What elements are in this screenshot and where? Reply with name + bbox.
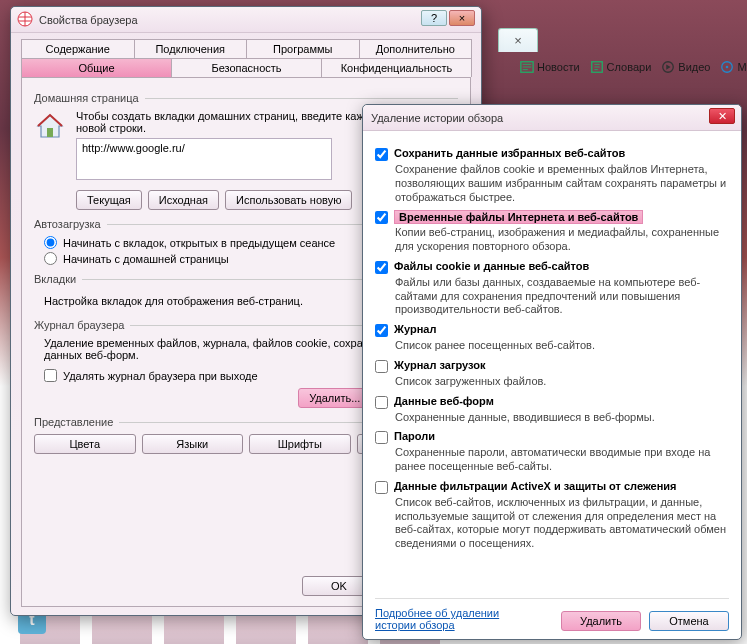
- history-option: Данные фильтрации ActiveX и защиты от сл…: [375, 480, 729, 551]
- tab-advanced[interactable]: Дополнительно: [359, 39, 473, 58]
- group-home: Домашняя страница: [34, 92, 458, 104]
- btn-use-new-tab[interactable]: Использовать новую: [225, 190, 352, 210]
- window-title: Свойства браузера: [39, 14, 138, 26]
- history-option-checkbox[interactable]: Журнал: [375, 323, 729, 337]
- history-option-desc: Копии веб-страниц, изображения и медиафа…: [395, 226, 729, 254]
- tabs-hint: Настройка вкладок для отображения веб-ст…: [44, 295, 303, 307]
- history-option-desc: Сохраненные данные, вводившиеся в веб-фо…: [395, 411, 729, 425]
- btn-cancel[interactable]: Отмена: [649, 611, 729, 631]
- titlebar[interactable]: Удаление истории обзора ✕: [363, 105, 741, 131]
- tab-programs[interactable]: Программы: [246, 39, 360, 58]
- history-option-desc: Список веб-сайтов, исключенных из фильтр…: [395, 496, 729, 551]
- history-option: Временные файлы Интернета и веб-сайтов К…: [375, 210, 729, 254]
- close-button[interactable]: ×: [449, 10, 475, 26]
- history-option-label: Сохранить данные избранных веб-сайтов: [394, 147, 625, 159]
- btn-fonts[interactable]: Шрифты: [249, 434, 351, 454]
- history-option: Сохранить данные избранных веб-сайтов Со…: [375, 147, 729, 204]
- history-option-label: Файлы cookie и данные веб-сайтов: [394, 260, 589, 272]
- history-option-label: Данные фильтрации ActiveX и защиты от сл…: [394, 480, 677, 492]
- btn-use-default[interactable]: Исходная: [148, 190, 219, 210]
- tab-strip: Содержание Подключения Программы Дополни…: [11, 33, 481, 77]
- history-option: Пароли Сохраненные пароли, автоматически…: [375, 430, 729, 474]
- history-option-desc: Файлы или базы данных, создаваемые на ко…: [395, 276, 729, 317]
- history-option-label: Пароли: [394, 430, 435, 442]
- btn-colors[interactable]: Цвета: [34, 434, 136, 454]
- history-option-label: Журнал загрузок: [394, 359, 485, 371]
- history-option-checkbox[interactable]: Пароли: [375, 430, 729, 444]
- btn-delete[interactable]: Удалить: [561, 611, 641, 631]
- history-option-label: Временные файлы Интернета и веб-сайтов: [394, 210, 643, 224]
- close-icon[interactable]: ×: [514, 33, 522, 48]
- window-title: Удаление истории обзора: [371, 112, 503, 124]
- btn-use-current[interactable]: Текущая: [76, 190, 142, 210]
- home-url-input[interactable]: [76, 138, 332, 180]
- tab-connections[interactable]: Подключения: [134, 39, 248, 58]
- history-option: Файлы cookie и данные веб-сайтов Файлы и…: [375, 260, 729, 317]
- app-icon: [17, 11, 33, 27]
- nav-music[interactable]: Музыка: [720, 60, 747, 74]
- history-option-desc: Сохранение файлов cookie и временных фай…: [395, 163, 729, 204]
- history-option-checkbox[interactable]: Временные файлы Интернета и веб-сайтов: [375, 210, 729, 224]
- help-button[interactable]: ?: [421, 10, 447, 26]
- home-icon: [34, 110, 66, 142]
- delete-history-dialog: Удаление истории обзора ✕ Сохранить данн…: [362, 104, 742, 640]
- history-option-checkbox[interactable]: Журнал загрузок: [375, 359, 729, 373]
- tab-security[interactable]: Безопасность: [171, 58, 322, 77]
- tab-general[interactable]: Общие: [21, 58, 172, 77]
- nav-dictionaries[interactable]: Словари: [590, 60, 652, 74]
- history-option-label: Журнал: [394, 323, 436, 335]
- svg-rect-9: [47, 128, 53, 137]
- history-option-label: Данные веб-форм: [394, 395, 494, 407]
- tab-privacy[interactable]: Конфиденциальность: [321, 58, 472, 77]
- history-option-desc: Список загруженных файлов.: [395, 375, 729, 389]
- nav-news[interactable]: Новости: [520, 60, 580, 74]
- history-option-checkbox[interactable]: Данные фильтрации ActiveX и защиты от сл…: [375, 480, 729, 494]
- history-option: Журнал Список ранее посещенных веб-сайто…: [375, 323, 729, 353]
- history-option-checkbox[interactable]: Сохранить данные избранных веб-сайтов: [375, 147, 729, 161]
- history-option-desc: Список ранее посещенных веб-сайтов.: [395, 339, 729, 353]
- history-option: Данные веб-форм Сохраненные данные, ввод…: [375, 395, 729, 425]
- close-button[interactable]: ✕: [709, 108, 735, 124]
- background-site-nav: Новости Словари Видео Музыка: [520, 55, 747, 79]
- history-option-checkbox[interactable]: Данные веб-форм: [375, 395, 729, 409]
- titlebar[interactable]: Свойства браузера ? ×: [11, 7, 481, 33]
- nav-video[interactable]: Видео: [661, 60, 710, 74]
- background-browser-tab: ×: [498, 28, 538, 52]
- svg-point-7: [726, 66, 729, 69]
- tab-content[interactable]: Содержание: [21, 39, 135, 58]
- learn-more-link[interactable]: Подробнее об удалении истории обзора: [375, 607, 525, 631]
- history-option-checkbox[interactable]: Файлы cookie и данные веб-сайтов: [375, 260, 729, 274]
- history-option-desc: Сохраненные пароли, автоматически вводим…: [395, 446, 729, 474]
- btn-languages[interactable]: Языки: [142, 434, 244, 454]
- history-option: Журнал загрузок Список загруженных файло…: [375, 359, 729, 389]
- btn-delete-history[interactable]: Удалить...: [298, 388, 371, 408]
